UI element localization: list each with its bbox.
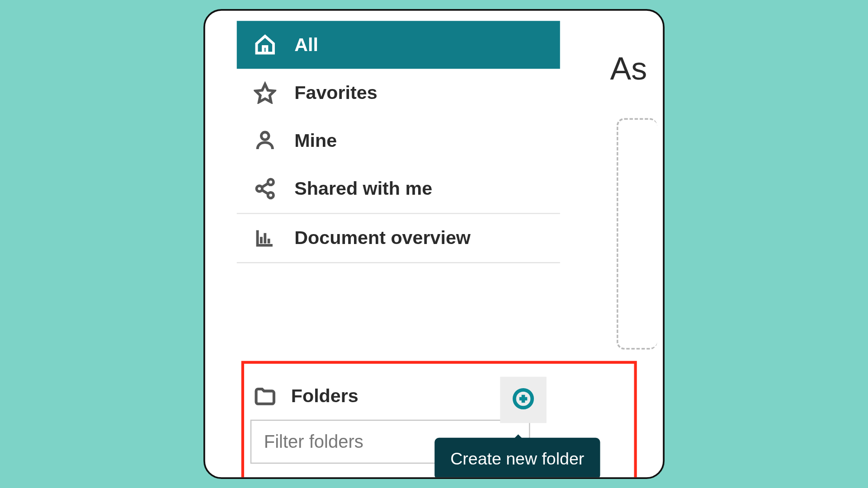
sidebar-item-label: All [294, 34, 318, 56]
person-icon [253, 128, 278, 153]
star-icon [253, 80, 278, 105]
share-icon [253, 176, 278, 201]
folder-icon [253, 384, 278, 408]
svg-point-1 [268, 179, 274, 185]
app-window: All Favorites Mine Shared with me [203, 9, 665, 479]
chart-icon [253, 225, 278, 250]
folders-header: Folders [250, 375, 547, 420]
right-panel-text: As [610, 50, 647, 87]
home-icon [253, 32, 278, 57]
sidebar-item-label: Shared with me [294, 178, 432, 200]
sidebar-item-label: Favorites [294, 82, 377, 103]
sidebar-item-mine[interactable]: Mine [237, 117, 560, 165]
sidebar-item-label: Document overview [294, 227, 471, 249]
sidebar-nav: All Favorites Mine Shared with me [237, 21, 560, 263]
svg-point-0 [261, 132, 269, 140]
sidebar-item-overview[interactable]: Document overview [237, 214, 560, 262]
sidebar-item-shared[interactable]: Shared with me [237, 165, 560, 213]
svg-point-2 [257, 186, 263, 192]
sidebar-divider [237, 262, 560, 263]
right-panel-placeholder [617, 118, 657, 350]
sidebar-item-label: Mine [294, 130, 337, 152]
add-folder-button[interactable] [500, 377, 547, 423]
sidebar-item-favorites[interactable]: Favorites [237, 69, 560, 117]
sidebar-item-all[interactable]: All [237, 21, 560, 69]
folders-section: Folders Create new folder [237, 368, 560, 471]
plus-circle-icon [511, 387, 535, 413]
svg-point-3 [268, 192, 274, 198]
folders-label: Folders [291, 385, 359, 407]
add-folder-tooltip: Create new folder [434, 438, 600, 479]
